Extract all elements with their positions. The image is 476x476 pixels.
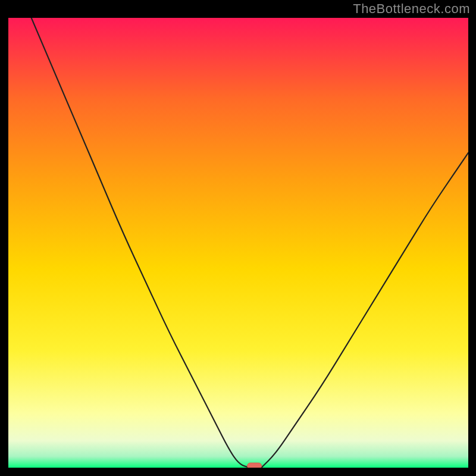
plot-area [8,18,468,468]
plot-svg [8,18,468,468]
gradient-background [8,18,468,468]
watermark-label: TheBottleneck.com [353,1,470,17]
optimal-point-marker [248,463,262,468]
chart-frame: TheBottleneck.com [0,0,476,476]
